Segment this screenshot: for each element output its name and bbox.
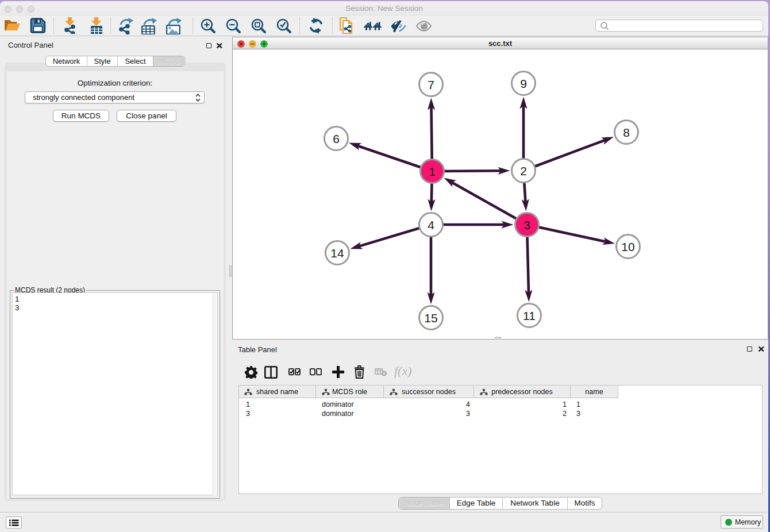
- svg-text:2: 2: [520, 164, 527, 178]
- svg-text:14: 14: [330, 246, 344, 260]
- svg-text:10: 10: [621, 240, 634, 253]
- svg-text:8: 8: [623, 126, 630, 139]
- svg-text:11: 11: [523, 309, 536, 322]
- svg-text:6: 6: [333, 132, 340, 145]
- svg-text:4: 4: [428, 218, 434, 232]
- svg-text:1: 1: [429, 165, 436, 178]
- svg-text:3: 3: [523, 218, 530, 232]
- svg-text:9: 9: [520, 77, 527, 90]
- svg-text:7: 7: [428, 78, 434, 91]
- svg-text:15: 15: [424, 311, 437, 325]
